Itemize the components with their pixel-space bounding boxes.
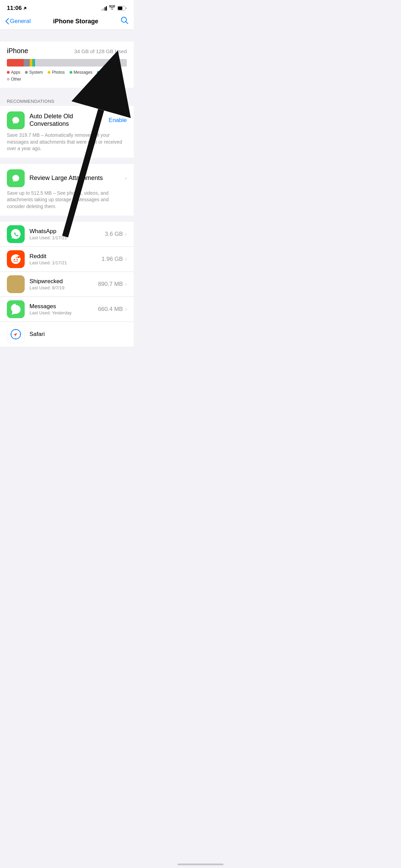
legend-dot-system — [25, 71, 28, 74]
app-size-messages: 660.4 MB — [98, 306, 123, 313]
app-row-reddit[interactable]: Reddit Last Used: 1/17/21 1.96 GB › — [0, 247, 134, 272]
status-bar: 11:06 — [0, 0, 134, 14]
app-name-messages: Messages — [29, 303, 93, 310]
app-last-used-whatsapp: Last Used: 1/17/21 — [29, 235, 100, 240]
storage-header: iPhone 34 GB of 128 GB Used — [7, 47, 127, 55]
app-icon-messages-rec1 — [7, 111, 25, 129]
bar-apps — [7, 59, 24, 67]
app-size-row-shipwrecked: 890.7 MB › — [98, 281, 127, 288]
time-label: 11:06 — [7, 5, 22, 12]
bar-other — [35, 59, 127, 67]
app-size-reddit: 1.96 GB — [101, 256, 123, 263]
storage-bar — [7, 59, 127, 67]
rec-row-auto-delete: Auto Delete Old Conversations Enable — [7, 111, 127, 129]
app-icon-messages-list — [7, 300, 25, 318]
app-size-row-whatsapp: 3.6 GB › — [105, 231, 127, 238]
app-name-shipwrecked: Shipwrecked — [29, 278, 93, 285]
legend-photos: Photos — [48, 70, 64, 75]
app-info-whatsapp: WhatsApp Last Used: 1/17/21 — [29, 228, 100, 240]
app-row-messages[interactable]: Messages Last Used: Yesterday 660.4 MB › — [0, 297, 134, 322]
legend-dot-messages — [70, 71, 72, 74]
bar-system — [24, 59, 30, 67]
storage-section: iPhone 34 GB of 128 GB Used Apps System … — [0, 41, 134, 88]
legend-dot-other — [7, 78, 10, 81]
legend-label-media: Media — [101, 70, 112, 75]
spacer-recommendations — [0, 88, 134, 94]
spacer-apps — [0, 216, 134, 222]
legend-label-other: Other — [11, 77, 21, 82]
status-time: 11:06 — [7, 5, 27, 12]
svg-point-9 — [14, 259, 15, 260]
app-name-reddit: Reddit — [29, 253, 97, 260]
app-name-whatsapp: WhatsApp — [29, 228, 100, 235]
enable-button-auto-delete[interactable]: Enable — [109, 117, 127, 124]
chevron-right-icon-whatsapp: › — [125, 231, 127, 237]
app-icon-reddit — [7, 250, 25, 268]
spacer-top — [0, 30, 134, 41]
legend-messages: Messages — [70, 70, 93, 75]
app-last-used-shipwrecked: Last Used: 8/7/19 — [29, 285, 93, 290]
bar-photos — [30, 59, 32, 67]
app-row-safari[interactable]: Safari — [0, 322, 134, 347]
status-icons — [101, 5, 127, 11]
search-icon — [121, 16, 128, 24]
svg-point-11 — [17, 256, 20, 258]
app-info-reddit: Reddit Last Used: 1/17/21 — [29, 253, 97, 265]
legend-system: System — [25, 70, 43, 75]
rec-title-auto-delete: Auto Delete Old Conversations — [29, 113, 104, 128]
recommendation-review-attachments[interactable]: Review Large Attachments › Save up to 51… — [0, 164, 134, 216]
chevron-right-icon-review: › — [125, 175, 127, 181]
app-size-shipwrecked: 890.7 MB — [98, 281, 123, 288]
back-button[interactable]: General — [5, 18, 31, 25]
svg-rect-13 — [7, 275, 25, 293]
battery-icon — [117, 6, 127, 11]
spacer-rec2 — [0, 158, 134, 164]
storage-legend: Apps System Photos Messages Media Other — [7, 70, 127, 82]
legend-label-messages: Messages — [74, 70, 93, 75]
back-chevron-icon — [5, 18, 9, 24]
legend-dot-apps — [7, 71, 10, 74]
chevron-right-icon-shipwrecked: › — [125, 281, 127, 287]
legend-label-apps: Apps — [11, 70, 20, 75]
app-last-used-messages: Last Used: Yesterday — [29, 310, 93, 315]
device-label: iPhone — [7, 47, 28, 55]
recommendations-header: RECOMMENDATIONS — [0, 94, 134, 106]
wifi-icon — [109, 5, 115, 11]
legend-label-system: System — [29, 70, 43, 75]
app-name-safari: Safari — [29, 331, 127, 338]
app-icon-whatsapp — [7, 225, 25, 243]
legend-media: Media — [97, 70, 112, 75]
messages-icon-svg — [10, 114, 22, 126]
recommendation-auto-delete: Auto Delete Old Conversations Enable Sav… — [0, 106, 134, 158]
svg-point-10 — [16, 259, 18, 260]
app-last-used-reddit: Last Used: 1/17/21 — [29, 260, 97, 265]
back-label: General — [10, 18, 31, 25]
chevron-right-icon-messages: › — [125, 306, 127, 312]
svg-rect-1 — [118, 7, 122, 10]
legend-other: Other — [7, 77, 21, 82]
rec-row-review: Review Large Attachments › — [7, 169, 127, 187]
app-size-whatsapp: 3.6 GB — [105, 231, 123, 238]
page-title: iPhone Storage — [53, 18, 98, 25]
app-info-shipwrecked: Shipwrecked Last Used: 8/7/19 — [29, 278, 93, 290]
app-icon-safari — [7, 325, 25, 343]
search-button[interactable] — [121, 16, 128, 26]
location-icon — [23, 6, 27, 10]
messages-icon-svg-2 — [10, 172, 22, 184]
app-icon-shipwrecked: 🏴‍☠️ — [7, 275, 25, 293]
app-size-row-reddit: 1.96 GB › — [101, 256, 127, 263]
legend-label-photos: Photos — [52, 70, 64, 75]
app-list: WhatsApp Last Used: 1/17/21 3.6 GB › Red… — [0, 222, 134, 347]
signal-bars-icon — [101, 6, 107, 11]
svg-line-3 — [126, 22, 128, 24]
app-icon-messages-rec2 — [7, 169, 25, 187]
app-size-row-messages: 660.4 MB › — [98, 306, 127, 313]
rec-desc-auto-delete: Save 319.7 MB – Automatically removes al… — [7, 132, 127, 152]
app-row-shipwrecked[interactable]: 🏴‍☠️ Shipwrecked Last Used: 8/7/19 890.7… — [0, 272, 134, 297]
svg-point-8 — [11, 254, 21, 264]
nav-bar: General iPhone Storage — [0, 14, 134, 30]
legend-dot-media — [97, 71, 100, 74]
rec-title-review: Review Large Attachments — [29, 174, 120, 182]
app-row-whatsapp[interactable]: WhatsApp Last Used: 1/17/21 3.6 GB › — [0, 222, 134, 247]
rec-desc-review: Save up to 512.5 MB – See photos, videos… — [7, 190, 127, 210]
